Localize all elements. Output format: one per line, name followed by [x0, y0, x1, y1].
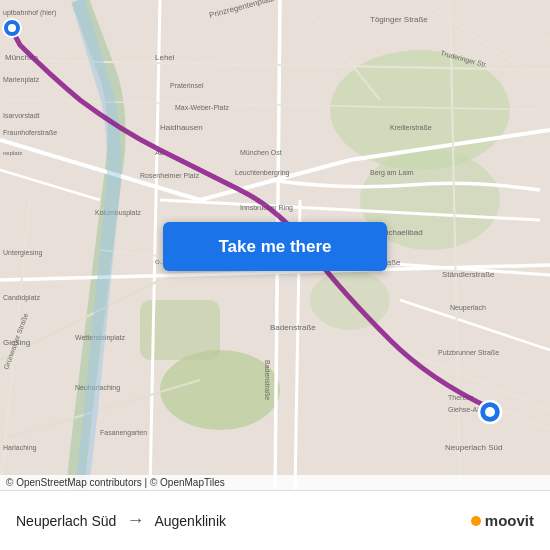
route-to: Augenklinik [154, 513, 226, 529]
svg-text:Kreillerstraße: Kreillerstraße [390, 124, 432, 131]
route-arrow: → [126, 510, 144, 531]
svg-text:München Ost: München Ost [240, 149, 282, 156]
bottom-bar: Neuperlach Süd → Augenklinik moovit [0, 490, 550, 550]
moovit-dot [471, 516, 481, 526]
moovit-logo: moovit [471, 512, 534, 529]
svg-text:Putzbrunner Straße: Putzbrunner Straße [438, 349, 499, 356]
svg-text:Fasanengarten: Fasanengarten [100, 429, 147, 437]
take-me-there-button[interactable]: Take me there [163, 222, 387, 271]
svg-text:Berg am Laim: Berg am Laim [370, 169, 414, 177]
svg-text:Isarvorstadt: Isarvorstadt [3, 112, 40, 119]
svg-text:Rosenheimer Platz: Rosenheimer Platz [140, 172, 200, 179]
svg-text:Candidplatz: Candidplatz [3, 294, 40, 302]
svg-text:Badenstraße: Badenstraße [270, 323, 316, 332]
svg-text:Max-Weber-Platz: Max-Weber-Platz [175, 104, 229, 111]
svg-text:Untergiesing: Untergiesing [3, 249, 42, 257]
svg-text:Haidhausen: Haidhausen [160, 123, 203, 132]
svg-text:Lehel: Lehel [155, 53, 175, 62]
svg-text:Praterinsel: Praterinsel [170, 82, 204, 89]
svg-text:Fraunhoferstraße: Fraunhoferstraße [3, 129, 57, 136]
svg-text:Neuperlach: Neuperlach [450, 304, 486, 312]
svg-text:Ständlerstraße: Ständlerstraße [442, 270, 495, 279]
svg-point-3 [160, 350, 280, 430]
svg-text:Marienplatz: Marienplatz [3, 76, 40, 84]
svg-text:Harlaching: Harlaching [3, 444, 37, 452]
svg-point-72 [8, 24, 16, 32]
svg-text:Neuperlach Süd: Neuperlach Süd [445, 443, 502, 452]
svg-text:uptbahnhof (hier): uptbahnhof (hier) [3, 9, 56, 17]
attribution-text: © OpenStreetMap contributors | © OpenMap… [6, 477, 225, 488]
map-container: Prinzregentenplatz Töginger Straße Trude… [0, 0, 550, 490]
svg-text:Badenstraße: Badenstraße [264, 360, 271, 400]
svg-text:Kolumbusplatz: Kolumbusplatz [95, 209, 141, 217]
moovit-text: moovit [485, 512, 534, 529]
map-attribution: © OpenStreetMap contributors | © OpenMap… [0, 475, 550, 490]
svg-point-74 [485, 407, 495, 417]
route-from: Neuperlach Süd [16, 513, 116, 529]
svg-text:Töginger Straße: Töginger Straße [370, 15, 428, 24]
svg-text:neplatz: neplatz [3, 150, 22, 156]
svg-text:Leuchtenbergring: Leuchtenbergring [235, 169, 290, 177]
